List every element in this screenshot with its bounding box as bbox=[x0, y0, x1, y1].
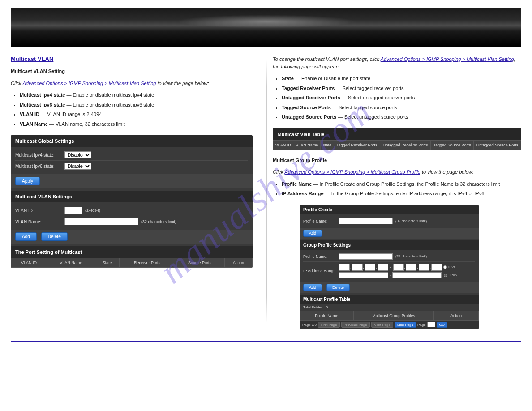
ipv4-oct[interactable] bbox=[352, 264, 363, 271]
row-profile-name: Profile Name: (32 characters limit) bbox=[303, 216, 475, 226]
section-title-multicast-vlan: Multicast VLAN bbox=[11, 56, 259, 62]
th-untag-rx: Untagged Receiver Ports bbox=[380, 140, 431, 150]
label-ipv6-state: Multicast ipv6 state: bbox=[15, 164, 64, 169]
list-item: Untagged Source Ports — Select untagged … bbox=[282, 113, 521, 121]
nav-path-group-profile: Click Advanced Options > IGMP Snooping >… bbox=[273, 168, 521, 176]
ipv4-oct[interactable] bbox=[431, 264, 442, 271]
vlan-id-hint: (2-4094) bbox=[85, 208, 100, 213]
th-vlan-id: VLAN ID bbox=[273, 140, 293, 150]
pager: Page 0/0 First Page Previous Page Next P… bbox=[300, 321, 479, 329]
list-item: State — Enable or Disable the port state bbox=[282, 75, 521, 83]
th-vlan-id: VLAN ID bbox=[11, 258, 47, 268]
row-vlan-id: VLAN ID: (2-4094) bbox=[15, 205, 248, 216]
panel-header-port: The Port Setting of Multicast bbox=[11, 246, 253, 258]
list-item: Tagged Source Ports — Select tagged sour… bbox=[282, 104, 521, 112]
group-name-hint: (32 characters limit) bbox=[395, 254, 427, 258]
th-receiver: Receiver Ports bbox=[120, 258, 175, 268]
list-item: VLAN Name — VLAN name, 32 characters lim… bbox=[20, 120, 259, 128]
th-action: Action bbox=[225, 258, 253, 268]
radio-ipv6[interactable] bbox=[444, 274, 447, 277]
ipv4-oct[interactable] bbox=[419, 264, 429, 271]
field-list-vlan-setting: Multicast ipv4 state — Enable or disable… bbox=[20, 91, 259, 128]
page-of: Page 0/0 bbox=[302, 323, 317, 327]
nav-path-vlan-setting: Click Advanced Options > IGMP Snooping >… bbox=[11, 80, 259, 87]
panel-header-group: Group Profile Settings bbox=[300, 240, 479, 250]
list-item: Untagged Receiver Ports — Select untagge… bbox=[282, 94, 521, 102]
button-row-vlan: Add Delete bbox=[11, 230, 253, 244]
content-columns: Multicast VLAN Multicast VLAN Setting Cl… bbox=[0, 47, 532, 341]
vlan-name-hint: (32 characters limit) bbox=[141, 219, 176, 224]
right-column: To change the multicast VLAN port settin… bbox=[273, 56, 521, 332]
row-ipv6-state: Multicast ipv6 state: Disabled bbox=[15, 160, 248, 171]
th-profile-name: Profile Name bbox=[300, 311, 354, 320]
th-vlan-name: VLAN Name bbox=[47, 258, 95, 268]
apply-button[interactable]: Apply bbox=[15, 177, 40, 185]
subsection-heading-group-profile: Multicast Group Profile bbox=[273, 157, 521, 164]
ipv4-label: IPv4 bbox=[448, 265, 455, 269]
th-vlan-name: VLAN Name bbox=[293, 140, 321, 150]
th-untag-src: Untagged Source Ports bbox=[474, 140, 521, 150]
row-ip-range: IP Address Range: . . . - . . . IP bbox=[303, 261, 475, 280]
label-group-name: Profile Name: bbox=[303, 254, 339, 259]
ipv4-oct[interactable] bbox=[365, 264, 375, 271]
ipv4-oct[interactable] bbox=[339, 264, 350, 271]
footer-rule bbox=[11, 341, 521, 342]
header-banner bbox=[11, 8, 521, 47]
ipv4-oct[interactable] bbox=[406, 264, 416, 271]
vlan-name-input[interactable] bbox=[64, 218, 138, 225]
profile-table: Profile Name Multicast Group Profiles Ac… bbox=[300, 311, 479, 321]
nav-path-port-settings: To change the multicast VLAN port settin… bbox=[273, 56, 521, 70]
delete-button[interactable]: Delete bbox=[41, 232, 68, 241]
th-tag-rx: Tagged Receiver Ports bbox=[334, 140, 380, 150]
row-group-name: Profile Name: (32 characters limit) bbox=[303, 252, 475, 261]
list-item: Multicast ipv6 state — Enable or disable… bbox=[20, 101, 259, 109]
list-item: Profile Name — In Profile Create and Gro… bbox=[282, 180, 521, 188]
field-list-port-settings: State — Enable or Disable the port state… bbox=[282, 75, 521, 121]
go-button[interactable]: GO bbox=[437, 322, 447, 328]
th-action: Action bbox=[434, 311, 479, 320]
label-vlan-id: VLAN ID: bbox=[15, 208, 64, 213]
delete-group-button[interactable]: Delete bbox=[326, 284, 350, 291]
label-ipv4-state: Multicast ipv4 state: bbox=[15, 153, 64, 158]
panel-header-vlan: Multicast VLAN Settings bbox=[11, 191, 253, 202]
add-button[interactable]: Add bbox=[15, 232, 37, 241]
select-ipv6-state[interactable]: Disabled bbox=[64, 163, 91, 170]
profile-name-hint: (32 characters limit) bbox=[395, 219, 427, 223]
prev-page-button[interactable]: Previous Page bbox=[341, 322, 370, 328]
th-tag-src: Tagged Source Ports bbox=[431, 140, 474, 150]
select-ipv4-state[interactable]: Disabled bbox=[64, 151, 91, 158]
label-ip-range: IP Address Range: bbox=[303, 269, 339, 273]
row-ipv4-state: Multicast ipv4 state: Disabled bbox=[15, 150, 248, 160]
th-state: state bbox=[321, 140, 334, 150]
ipv6-to[interactable] bbox=[392, 272, 442, 278]
add-group-button[interactable]: Add bbox=[303, 284, 322, 291]
label-vlan-name: VLAN Name: bbox=[15, 219, 64, 224]
list-item: Multicast ipv4 state — Enable or disable… bbox=[20, 91, 259, 99]
panel-header-create: Profile Create bbox=[300, 205, 479, 214]
ipv4-oct[interactable] bbox=[378, 264, 388, 271]
port-setting-table: VLAN ID VLAN Name State Receiver Ports S… bbox=[11, 258, 253, 268]
profile-name-input[interactable] bbox=[339, 218, 393, 224]
ipv6-from[interactable] bbox=[339, 272, 388, 278]
left-column: Multicast VLAN Multicast VLAN Setting Cl… bbox=[11, 56, 259, 332]
group-name-input[interactable] bbox=[339, 253, 393, 260]
mvlan-title: Multicast Vlan Table bbox=[273, 128, 521, 141]
panel-global-settings: Multicast Global Settings Multicast ipv4… bbox=[11, 135, 253, 268]
label-profile-name: Profile Name: bbox=[303, 219, 339, 223]
panel-profile: Profile Create Profile Name: (32 charact… bbox=[300, 205, 479, 329]
radio-ipv4[interactable] bbox=[443, 265, 447, 269]
th-state: State bbox=[95, 258, 120, 268]
multicast-vlan-table: Multicast Vlan Table VLAN ID VLAN Name s… bbox=[273, 128, 521, 150]
add-profile-button[interactable]: Add bbox=[303, 230, 322, 237]
subsection-heading-vlan-setting: Multicast VLAN Setting bbox=[11, 68, 259, 75]
th-group-profiles: Multicast Group Profiles bbox=[353, 311, 434, 320]
column-divider bbox=[266, 60, 267, 323]
first-page-button[interactable]: First Page bbox=[318, 322, 339, 328]
list-item: Tagged Receiver Ports — Select tagged re… bbox=[282, 85, 521, 93]
vlan-id-input[interactable] bbox=[64, 207, 82, 214]
ipv4-oct[interactable] bbox=[393, 264, 404, 271]
last-page-button[interactable]: Last Page bbox=[395, 322, 416, 328]
next-page-button[interactable]: Next Page bbox=[371, 322, 393, 328]
page-input[interactable] bbox=[427, 322, 435, 327]
th-source: Source Ports bbox=[175, 258, 224, 268]
